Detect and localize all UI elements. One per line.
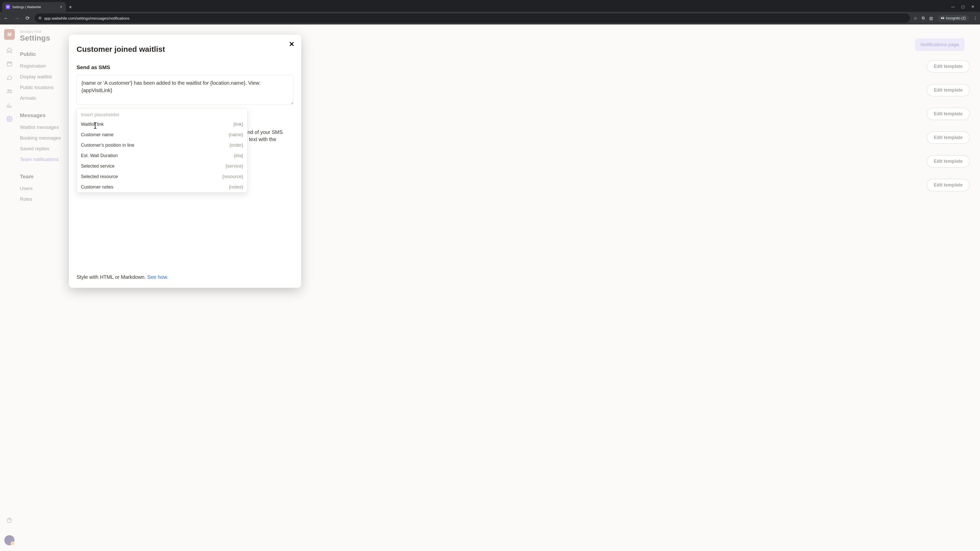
incognito-label: Incognito (2): [946, 16, 966, 20]
placeholder-token: {service}: [226, 164, 243, 169]
style-help-line: Style with HTML or Markdown. See how.: [76, 274, 293, 280]
placeholder-option[interactable]: Waitlist link{link}: [77, 119, 247, 130]
placeholder-search-input[interactable]: [77, 108, 247, 119]
placeholder-token: {name}: [229, 132, 243, 138]
address-bar: ← → ⟳ ⚙ app.waitwhile.com/settings/messa…: [0, 12, 980, 24]
bookmark-icon[interactable]: ☆: [914, 16, 917, 21]
placeholder-token: {resource}: [222, 174, 243, 179]
incognito-badge: 🕶 Incognito (2): [938, 15, 969, 21]
modal-close-button[interactable]: ✕: [289, 40, 294, 48]
placeholder-label: Customer name: [81, 132, 114, 138]
tab-close-icon[interactable]: ×: [60, 5, 62, 9]
browser-tab-bar: W Settings | Waitwhile × + — ▢ ✕: [0, 0, 980, 12]
placeholder-token: {notes}: [229, 184, 243, 190]
placeholder-label: Selected resource: [81, 174, 118, 179]
placeholder-option[interactable]: Customer's position in line{order}: [77, 140, 247, 151]
site-info-icon[interactable]: ⚙: [38, 16, 41, 21]
window-controls: — ▢ ✕: [948, 3, 978, 12]
minimize-icon[interactable]: —: [951, 5, 955, 9]
url-field[interactable]: ⚙ app.waitwhile.com/settings/messages/no…: [35, 14, 910, 23]
placeholder-label: Selected service: [81, 164, 115, 169]
placeholder-dropdown: Waitlist link{link}Customer name{name}Cu…: [76, 108, 248, 192]
placeholder-option[interactable]: Customer notes{notes}: [77, 182, 247, 192]
placeholder-token: {link}: [233, 122, 243, 127]
placeholder-option[interactable]: Customer name{name}: [77, 130, 247, 140]
see-how-link[interactable]: See how.: [147, 274, 168, 280]
forward-icon: →: [13, 15, 21, 21]
placeholder-option[interactable]: Selected service{service}: [77, 161, 247, 171]
edit-template-modal: ✕ Customer joined waitlist Send as SMS {…: [69, 35, 301, 288]
sms-template-text: {name or 'A customer'} has been added to…: [81, 80, 261, 93]
modal-title: Customer joined waitlist: [76, 45, 293, 54]
placeholder-label: Est. Wait Duration: [81, 153, 118, 159]
incognito-icon: 🕶: [941, 16, 944, 20]
truncated-help-text: nd of your SMS text with the: [248, 129, 283, 143]
tab-title: Settings | Waitwhile: [12, 5, 41, 9]
placeholder-option[interactable]: Selected resource{resource}: [77, 171, 247, 182]
browser-tab[interactable]: W Settings | Waitwhile ×: [2, 2, 66, 12]
url-text: app.waitwhile.com/settings/messages/noti…: [44, 16, 129, 21]
side-panel-icon[interactable]: ▥: [929, 16, 933, 21]
placeholder-label: Customer's position in line: [81, 143, 135, 148]
new-tab-button[interactable]: +: [66, 3, 75, 12]
placeholder-token: {eta}: [234, 153, 243, 159]
send-as-sms-label: Send as SMS: [76, 64, 293, 70]
back-icon[interactable]: ←: [3, 15, 10, 21]
placeholder-label: Waitlist link: [81, 122, 103, 127]
close-window-icon[interactable]: ✕: [971, 5, 974, 9]
placeholder-label: Customer notes: [81, 184, 113, 190]
sms-template-textarea[interactable]: {name or 'A customer'} has been added to…: [76, 75, 293, 105]
kebab-menu-icon[interactable]: ⋮: [974, 16, 977, 21]
tab-favicon: W: [6, 5, 10, 9]
placeholder-option[interactable]: Est. Wait Duration{eta}: [77, 151, 247, 161]
placeholder-token: {order}: [229, 143, 243, 148]
reload-icon[interactable]: ⟳: [24, 15, 31, 21]
extensions-icon[interactable]: ⧉: [922, 16, 924, 21]
maximize-icon[interactable]: ▢: [961, 5, 965, 9]
